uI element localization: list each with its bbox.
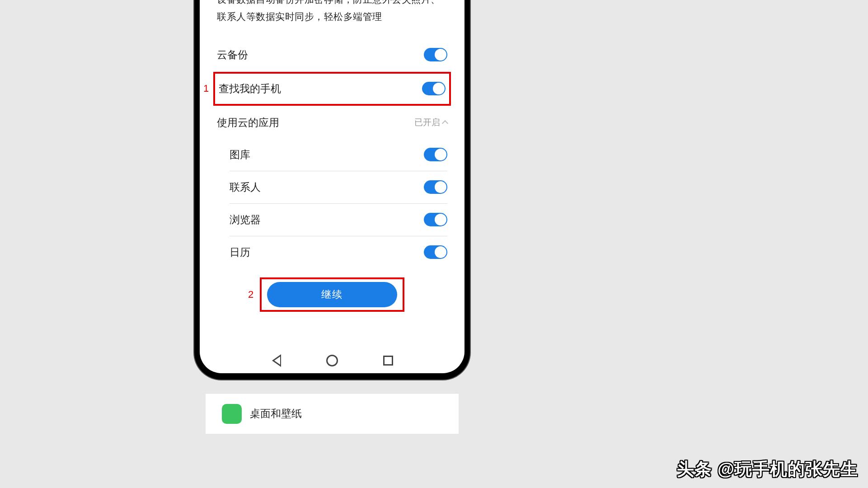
app-calendar-toggle[interactable] bbox=[424, 245, 447, 259]
phone-screen: 设备数据自动备份并加密存储，防止意外丢失照片、联系人等数据实时同步，轻松多端管理… bbox=[200, 0, 464, 373]
app-contacts-toggle[interactable] bbox=[424, 180, 447, 194]
annotation-1: 1 bbox=[203, 83, 209, 94]
find-phone-toggle[interactable] bbox=[422, 82, 446, 95]
app-contacts-label: 联系人 bbox=[230, 180, 424, 194]
app-gallery-toggle[interactable] bbox=[424, 148, 447, 161]
app-browser-toggle[interactable] bbox=[424, 213, 447, 226]
app-browser-label: 浏览器 bbox=[230, 213, 424, 227]
android-navbar bbox=[200, 354, 464, 367]
find-phone-row[interactable]: 查找我的手机 bbox=[219, 80, 446, 98]
annotation-2: 2 bbox=[248, 289, 253, 300]
continue-highlight: 2 继续 bbox=[260, 277, 404, 312]
phone-frame: 设备数据自动备份并加密存储，防止意外丢失照片、联系人等数据实时同步，轻松多端管理… bbox=[194, 0, 470, 380]
chevron-up-icon bbox=[442, 120, 448, 127]
watermark: 头条 @玩手机的张先生 bbox=[677, 458, 858, 481]
cloud-backup-row[interactable]: 云备份 bbox=[217, 39, 447, 71]
app-browser-row[interactable]: 浏览器 bbox=[217, 204, 447, 236]
nav-home-button[interactable] bbox=[326, 354, 338, 367]
app-gallery-row[interactable]: 图库 bbox=[217, 139, 447, 171]
continue-button[interactable]: 继续 bbox=[267, 282, 397, 307]
app-calendar-row[interactable]: 日历 bbox=[217, 236, 447, 268]
next-settings-label: 桌面和壁纸 bbox=[250, 407, 302, 421]
cloud-apps-status: 已开启 bbox=[414, 117, 447, 128]
find-phone-highlight: 1 查找我的手机 bbox=[217, 72, 447, 106]
nav-recent-button[interactable] bbox=[382, 354, 394, 367]
app-contacts-row[interactable]: 联系人 bbox=[217, 171, 447, 203]
nav-back-button[interactable] bbox=[270, 354, 283, 367]
cloud-apps-label: 使用云的应用 bbox=[217, 116, 414, 130]
cloud-apps-header[interactable]: 使用云的应用 已开启 bbox=[217, 107, 447, 139]
cloud-apps-status-text: 已开启 bbox=[414, 117, 440, 128]
cloud-backup-label: 云备份 bbox=[217, 48, 424, 62]
home-icon bbox=[326, 355, 338, 366]
cloud-backup-toggle[interactable] bbox=[424, 48, 447, 61]
next-settings-item[interactable]: 桌面和壁纸 bbox=[206, 393, 459, 434]
recent-icon bbox=[383, 356, 393, 366]
app-gallery-label: 图库 bbox=[230, 148, 424, 162]
app-calendar-label: 日历 bbox=[230, 245, 424, 259]
wallpaper-icon bbox=[222, 404, 242, 424]
feature-description: 设备数据自动备份并加密存储，防止意外丢失照片、联系人等数据实时同步，轻松多端管理 bbox=[217, 0, 447, 25]
find-phone-label: 查找我的手机 bbox=[219, 82, 422, 96]
